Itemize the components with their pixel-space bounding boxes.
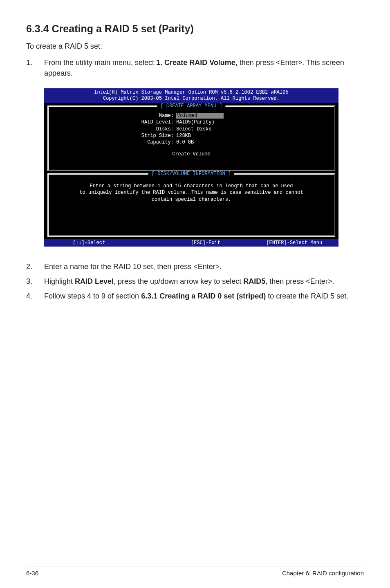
strip-size-value[interactable]: 128KB: [175, 132, 191, 139]
step-3: 3. Highlight RAID Level, press the up/do…: [26, 276, 364, 287]
create-array-panel: [ CREATE ARRAY MENU ] Name: Volume1 RAID…: [47, 105, 335, 171]
name-input[interactable]: Volume1: [176, 113, 198, 119]
field-strip-size: Strip Size: 128KB: [53, 132, 330, 139]
console-header: Intel(R) Matrix Storage Manager Option R…: [44, 88, 338, 103]
disk-volume-info-panel: [ DISK/VOLUME INFORMATION ] Enter a stri…: [47, 173, 335, 237]
step-number: 2.: [26, 261, 44, 272]
panel-title: [ CREATE ARRAY MENU ]: [157, 103, 225, 109]
header-line: Intel(R) Matrix Storage Manager Option R…: [44, 90, 338, 96]
step-text: Enter a name for the RAID 10 set, then p…: [44, 261, 364, 272]
step-text: Follow steps 4 to 9 of section 6.3.1 Cre…: [44, 291, 364, 301]
step-4: 4. Follow steps 4 to 9 of section 6.3.1 …: [26, 291, 364, 301]
field-raid-level: RAID Level: RAID5(Parity): [53, 119, 330, 126]
create-volume-action[interactable]: Create Volume: [53, 151, 330, 157]
step-number: 4.: [26, 291, 44, 301]
panel-title: [ DISK/VOLUME INFORMATION ]: [148, 171, 234, 177]
page-number: 6-36: [26, 570, 38, 577]
section-heading: 6.3.4 Creating a RAID 5 set (Parity): [26, 23, 364, 35]
console-screenshot: Intel(R) Matrix Storage Manager Option R…: [44, 88, 364, 247]
page-footer: 6-36 Chapter 6: RAID configuration: [26, 566, 364, 577]
step-number: 1.: [26, 57, 44, 79]
intro-text: To create a RAID 5 set:: [26, 42, 364, 51]
capacity-value[interactable]: 0.0 GB: [175, 139, 194, 146]
console-footer: [↑↓]-Select [ESC]-Exit [ENTER]-Select Me…: [44, 239, 338, 247]
footer-exit-hint: [ESC]-Exit: [161, 240, 250, 246]
step-text: Highlight RAID Level, press the up/down …: [44, 276, 364, 287]
footer-enter-hint: [ENTER]-Select Menu: [250, 240, 338, 246]
chapter-label: Chapter 6: RAID configuration: [282, 570, 364, 577]
field-disks: Disks: Select Disks: [53, 126, 330, 132]
step-text: From the utility main menu, select 1. Cr…: [44, 57, 364, 79]
disks-value[interactable]: Select Disks: [175, 126, 211, 132]
field-name: Name: Volume1: [53, 112, 330, 119]
footer-select-hint: [↑↓]-Select: [44, 240, 161, 246]
step-number: 3.: [26, 276, 44, 287]
step-2: 2. Enter a name for the RAID 10 set, the…: [26, 261, 364, 272]
info-text: Enter a string between 1 and 16 characte…: [53, 183, 330, 203]
header-line: Copyright(C) 2003-05 Intel Corporation. …: [44, 96, 338, 102]
raid-level-value[interactable]: RAID5(Parity): [175, 119, 215, 126]
step-1: 1. From the utility main menu, select 1.…: [26, 57, 364, 79]
field-capacity: Capacity: 0.0 GB: [53, 139, 330, 146]
